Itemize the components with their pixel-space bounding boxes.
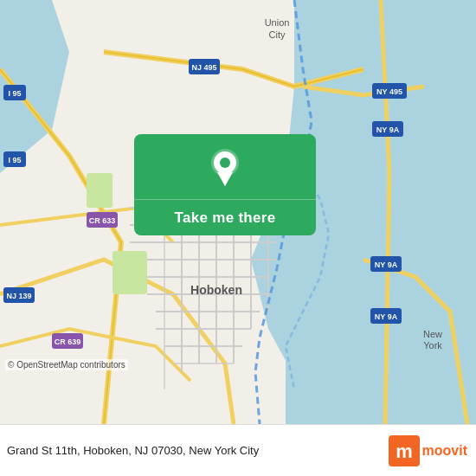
svg-text:City: City — [269, 29, 286, 40]
svg-rect-23 — [113, 251, 147, 294]
svg-text:m: m — [396, 441, 413, 462]
svg-text:Union: Union — [265, 17, 290, 28]
svg-text:Hoboken: Hoboken — [190, 283, 242, 297]
osm-credit: © OpenStreetMap contributors — [5, 359, 128, 370]
svg-text:New: New — [423, 329, 442, 339]
svg-point-52 — [220, 158, 230, 168]
button-overlay: Take me there — [134, 134, 316, 235]
take-me-there-button[interactable]: Take me there — [134, 199, 316, 235]
location-pin-icon — [209, 148, 241, 186]
svg-text:I 95: I 95 — [8, 156, 21, 164]
svg-text:NJ 139: NJ 139 — [6, 292, 31, 300]
moovit-text: moovit — [422, 443, 467, 459]
svg-text:NY 9A: NY 9A — [376, 125, 400, 134]
svg-text:I 95: I 95 — [8, 89, 21, 98]
bottom-bar: Grand St 11th, Hoboken, NJ 07030, New Yo… — [0, 424, 476, 476]
svg-text:NY 9A: NY 9A — [375, 312, 398, 321]
address-text: Grand St 11th, Hoboken, NJ 07030, New Yo… — [7, 444, 389, 457]
svg-text:CR 633: CR 633 — [89, 216, 116, 225]
svg-text:NY 9A: NY 9A — [375, 261, 398, 269]
svg-text:NJ 495: NJ 495 — [191, 63, 216, 72]
svg-text:York: York — [423, 340, 442, 351]
svg-marker-54 — [219, 174, 231, 186]
svg-text:NY 495: NY 495 — [376, 87, 402, 96]
map-container: Hoboken Union City New York I 95 I 95 NJ… — [0, 0, 476, 424]
svg-text:CR 639: CR 639 — [55, 338, 81, 346]
location-pin-area — [134, 134, 316, 199]
moovit-icon: m — [389, 435, 420, 466]
svg-rect-24 — [87, 173, 113, 208]
moovit-logo: m moovit — [389, 435, 467, 466]
